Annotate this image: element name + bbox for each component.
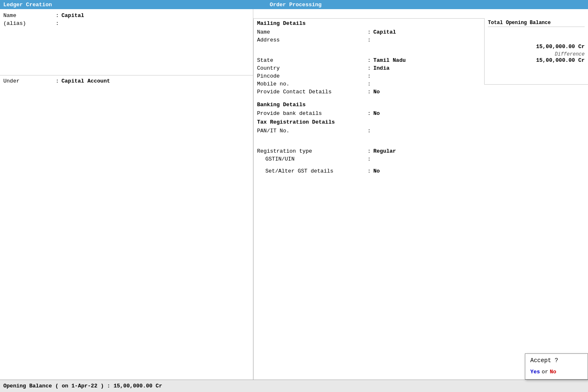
banking-bank-row: Provide bank details : No	[254, 110, 484, 117]
banking-details-header: Banking Details	[254, 100, 484, 110]
name-label: Name	[3, 12, 53, 19]
bottom-bar: Opening Balance ( on 1-Apr-22 ) : 15,00,…	[0, 380, 588, 392]
mailing-country-label: Country	[257, 65, 365, 71]
mailing-contact-row: Provide Contact Details : No	[254, 88, 484, 96]
tax-pan-row: PAN/IT No. :	[254, 127, 484, 135]
tax-gstin-label: GSTIN/UIN	[257, 156, 365, 162]
mailing-name-row: Name : Capital	[254, 28, 484, 36]
under-colon: :	[53, 78, 61, 84]
banking-bank-value: No	[373, 110, 380, 117]
alias-colon: :	[53, 20, 61, 27]
tax-regtype-row: Registration type : Regular	[254, 147, 484, 155]
header-center-title: Order Processing	[198, 2, 393, 8]
details-panel: Mailing Details Name : Capital Address :…	[253, 18, 484, 380]
difference-value: 15,00,000.00 Cr	[488, 57, 585, 63]
tax-gstdetails-value: No	[373, 168, 380, 174]
mailing-pincode-label: Pincode	[257, 73, 365, 79]
name-alias-section: Name : Capital (alias) :	[0, 9, 253, 75]
mailing-name-label: Name	[257, 29, 365, 35]
or-label: or	[541, 369, 548, 375]
mailing-mobile-row: Mobile no. :	[254, 80, 484, 88]
tax-gstin-row: GSTIN/UIN :	[254, 155, 484, 163]
mailing-pincode-row: Pincode :	[254, 72, 484, 80]
accept-dialog: Accept ? Yes or No	[525, 353, 588, 380]
tax-gstdetails-label: Set/Alter GST details	[257, 168, 365, 174]
alias-label: (alias)	[3, 20, 53, 27]
accept-title: Accept ?	[525, 354, 588, 367]
opening-balance-value: ( on 1-Apr-22 ) : 15,00,000.00 Cr	[55, 383, 162, 389]
total-opening-balance-panel: Total Opening Balance 15,00,000.00 Cr Di…	[484, 18, 588, 85]
difference-label: Difference	[488, 51, 585, 57]
alias-row: (alias) :	[0, 19, 253, 27]
name-value: Capital	[61, 12, 84, 19]
mailing-contact-label: Provide Contact Details	[257, 89, 365, 95]
mailing-state-value: Tamil Nadu	[373, 57, 406, 63]
mailing-address-row: Address :	[254, 36, 484, 44]
tax-regtype-label: Registration type	[257, 148, 365, 154]
top-header: Ledger Creation Order Processing	[0, 0, 588, 9]
total-opening-balance-title: Total Opening Balance	[488, 20, 585, 27]
name-row: Name : Capital	[0, 12, 253, 19]
under-section: Under : Capital Account	[0, 75, 253, 87]
header-left-title: Ledger Creation	[0, 2, 198, 8]
mailing-country-value: India	[373, 65, 390, 71]
mailing-state-row: State : Tamil Nadu	[254, 56, 484, 64]
mailing-country-row: Country : India	[254, 64, 484, 72]
name-colon: :	[53, 12, 61, 19]
yes-button[interactable]: Yes	[530, 369, 540, 375]
mailing-details-header: Mailing Details	[254, 19, 484, 28]
opening-balance-label: Opening Balance	[3, 383, 52, 389]
tax-registration-header: Tax Registration Details	[254, 117, 484, 127]
accept-buttons: Yes or No	[525, 367, 588, 379]
no-button[interactable]: No	[550, 369, 556, 375]
mailing-mobile-label: Mobile no.	[257, 81, 365, 87]
mailing-state-label: State	[257, 57, 365, 63]
mailing-contact-value: No	[373, 89, 380, 95]
tax-pan-label: PAN/IT No.	[257, 128, 365, 134]
mailing-address-label: Address	[257, 37, 365, 43]
tax-regtype-value: Regular	[373, 148, 396, 154]
tax-gstdetails-row: Set/Alter GST details : No	[254, 167, 484, 175]
under-label: Under	[3, 78, 53, 84]
under-value: Capital Account	[61, 78, 110, 84]
mailing-name-value: Capital	[373, 29, 396, 35]
banking-bank-label: Provide bank details	[257, 110, 365, 117]
balance-value: 15,00,000.00 Cr	[488, 44, 585, 50]
